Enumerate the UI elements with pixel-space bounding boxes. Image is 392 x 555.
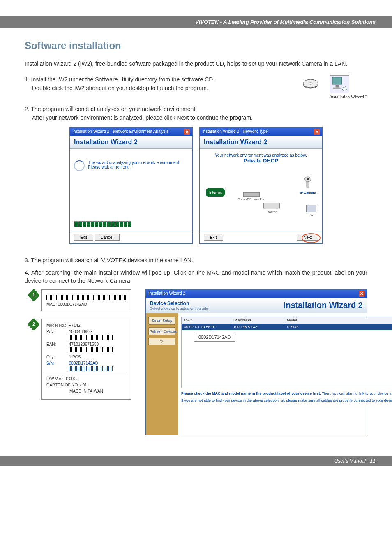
label2-sn-val: 0002D17142AD <box>69 361 98 365</box>
label1-mac: MAC: 0002D17142AD <box>46 302 126 307</box>
installer-info-text: Please check the MAC and model name in t… <box>181 391 392 431</box>
label2-ean-val: 4712123671550 <box>69 342 99 347</box>
close-icon[interactable]: ✕ <box>184 129 190 135</box>
dialog-analysis-body: The wizard is analyzing your network env… <box>70 149 192 231</box>
label2-made: MADE IN TAIWAN <box>46 389 126 393</box>
intro-paragraph: Installation Wizard 2 (IW2), free-bundle… <box>25 60 367 68</box>
next-button[interactable]: Next <box>297 234 318 241</box>
barcode-icon <box>68 347 113 352</box>
svg-rect-2 <box>333 88 341 89</box>
iw2-shortcut-icon-block: Installation Wizard 2 <box>330 75 367 99</box>
modem-label: Cable/DSL modem <box>238 197 265 201</box>
page-content: Software installation Installation Wizar… <box>0 28 392 439</box>
wizard-screenshots-row: Installation Wizard 2 - Network Environm… <box>25 127 367 244</box>
badge-1: 1 <box>27 289 40 301</box>
page-title: Software installation <box>25 40 367 51</box>
expand-button[interactable]: ▽ <box>148 338 175 345</box>
internet-node: Internet <box>206 188 225 197</box>
dialog-analysis: Installation Wizard 2 - Network Environm… <box>69 127 193 244</box>
analysed-text: Your network environment was analyzed as… <box>204 153 318 157</box>
dialog-network-type-titlebar: Installation Wizard 2 - Network Type ✕ <box>200 128 322 136</box>
dialog-network-type-body: Your network environment was analyzed as… <box>200 149 322 231</box>
col-ip: IP Address <box>231 317 284 324</box>
ipcamera-label: IP Camera <box>300 191 316 194</box>
network-type-label: Private DHCP <box>204 157 318 164</box>
col-mac: MAC <box>182 317 231 324</box>
dialog-analysis-titlebar: Installation Wizard 2 - Network Environm… <box>70 128 192 136</box>
cancel-button[interactable]: Cancel <box>95 234 120 241</box>
product-label-1: 1 MAC: 0002D17142AD <box>41 289 131 311</box>
device-table-row[interactable]: 00-02-D1-10-5B-9F 192.168.5.132 IP7142 <box>182 324 392 330</box>
router-node: Router <box>263 203 280 214</box>
label2-carton: CARTON OF NO. / 01 <box>46 383 126 387</box>
svg-rect-1 <box>335 85 339 88</box>
step-2-line-a: 2. The program will conduct analyses on … <box>25 106 197 112</box>
barcode-icon <box>68 366 113 371</box>
dialog-analysis-footer: Exit Cancel <box>70 231 192 243</box>
step-2: 2. The program will conduct analyses on … <box>25 105 367 122</box>
badge-2: 2 <box>27 318 40 331</box>
installer-info-row: Please check the MAC and model name in t… <box>181 391 392 431</box>
step-4: 4. After searching, the main installer w… <box>25 268 367 285</box>
row-model: IP7142 <box>284 324 392 330</box>
row-mac: 00-02-D1-10-5B-9F <box>182 324 231 330</box>
close-icon[interactable]: ✕ <box>359 291 364 297</box>
dialog-analysis-msg1: The wizard is analyzing your network env… <box>88 160 180 165</box>
close-icon[interactable]: ✕ <box>314 129 320 135</box>
progress-bar <box>74 221 131 227</box>
smart-setup-button[interactable]: Smart Setup <box>148 317 175 325</box>
product-labels-column: 1 MAC: 0002D17142AD 2 Model No.: IP7142 … <box>41 289 131 407</box>
cd-icon <box>302 75 319 92</box>
info-line-1: Please check the MAC and model name in t… <box>181 391 392 396</box>
mac-callout: 0002D17142AD <box>194 333 235 342</box>
main-installer-dialog: Installation Wizard 2 ✕ Device Selection… <box>145 289 367 435</box>
label2-sn-key: S/N: <box>46 361 68 365</box>
dialog-analysis-header: Installation Wizard 2 <box>70 136 192 149</box>
iw2-shortcut-caption: Installation Wizard 2 <box>330 94 367 99</box>
label2-qty-val: 1 PCS <box>69 355 81 359</box>
label2-fw: F/W Ver.: 0100G <box>46 377 126 381</box>
label2-qty-key: Q'ty: <box>46 355 68 359</box>
step-1-line-a: 1. Install the IW2 under the Software Ut… <box>25 76 214 83</box>
iw2-shortcut-icon <box>330 75 349 93</box>
device-selection-title: Device Selection <box>150 301 208 306</box>
label2-ean-key: EAN: <box>46 342 68 347</box>
product-label-2: 2 Model No.: IP7142 P/N: 100043690G EAN:… <box>41 319 131 400</box>
spinner-icon <box>74 160 85 171</box>
pc-label: PC <box>309 213 313 217</box>
exit-button[interactable]: Exit <box>74 234 93 241</box>
label2-pn-val: 100043690G <box>69 329 93 334</box>
device-table: MAC IP Address Model 00-02-D1-10-5B-9F 1… <box>181 317 392 388</box>
dialog-network-type: Installation Wizard 2 - Network Type ✕ I… <box>199 127 323 244</box>
label2-pn-key: P/N: <box>46 329 68 334</box>
ipcamera-node: IP Camera <box>300 176 316 194</box>
svg-rect-8 <box>307 182 309 187</box>
modem-node: Cable/DSL modem <box>238 192 265 201</box>
dialog-analysis-title: Installation Wizard 2 - Network Environm… <box>72 129 168 135</box>
step-2-line-b: After your network environment is analyz… <box>25 113 253 122</box>
step-3: 3. The program will search all VIVOTEK d… <box>25 256 367 264</box>
dialog-network-type-footer: Exit Next <box>200 231 322 243</box>
barcode-icon <box>46 295 126 300</box>
device-selection-subtitle: Select a device to setup or upgrade <box>150 306 208 310</box>
dialog-network-type-title: Installation Wizard 2 - Network Type <box>202 129 268 135</box>
dialog-analysis-msg2: Please wait a moment. <box>88 165 180 169</box>
installer-brand: Installation Wizard 2 <box>284 301 363 310</box>
barcode-icon <box>68 335 113 340</box>
device-table-body: 0002D17142AD <box>182 330 392 388</box>
device-table-header: MAC IP Address Model <box>182 317 392 324</box>
installer-sidebar: Smart Setup Refresh Devices ▽ <box>146 313 178 435</box>
dialog-network-type-header: Installation Wizard 2 <box>200 136 322 149</box>
info-line-3: If you are not able to find your device … <box>181 398 392 403</box>
router-label: Router <box>267 210 277 214</box>
svg-point-5 <box>309 83 312 84</box>
installer-main: MAC IP Address Model 00-02-D1-10-5B-9F 1… <box>178 313 392 435</box>
exit-button[interactable]: Exit <box>204 234 223 241</box>
refresh-devices-button[interactable]: Refresh Devices <box>148 327 175 335</box>
network-diagram: Internet Cable/DSL modem Router IP Camer… <box>204 168 318 221</box>
main-installer-titlebar: Installation Wizard 2 ✕ <box>146 290 367 298</box>
pc-node: PC <box>306 205 316 217</box>
device-selection-header: Device Selection Select a device to setu… <box>146 298 367 313</box>
page-footer: User's Manual - 11 <box>0 456 392 466</box>
svg-rect-0 <box>332 77 342 84</box>
